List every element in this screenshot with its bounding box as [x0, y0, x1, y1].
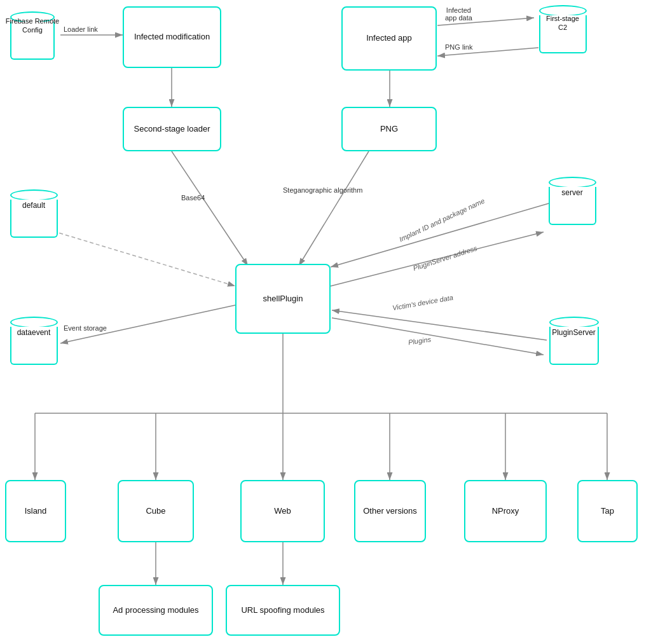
diagram: Firebase Remote Config Infected modifica…	[0, 0, 651, 644]
plugin-server-address-label: PluginServer address	[395, 239, 495, 278]
ad-processing-box: Ad processing modules	[99, 585, 213, 636]
nproxy-box: NProxy	[464, 480, 547, 542]
default-node: default	[5, 189, 62, 238]
url-spoofing-box: URL spoofing modules	[226, 585, 340, 636]
other-versions-box: Other versions	[354, 480, 426, 542]
svg-line-8	[299, 151, 369, 266]
firebase-node: Firebase Remote Config	[5, 11, 60, 60]
svg-line-9	[35, 226, 235, 286]
event-storage-label: Event storage	[64, 324, 107, 332]
infected-mod-box: Infected modification	[123, 6, 221, 68]
loader-link-label: Loader link	[64, 25, 98, 33]
implant-id-label: Implant ID and package name	[394, 195, 490, 245]
plugin-server-label: PluginServer	[544, 328, 604, 337]
png-link-label: PNG link	[445, 43, 472, 51]
plugin-server-node: PluginServer	[544, 317, 604, 365]
victims-device-label: Victim's device data	[369, 289, 477, 315]
firebase-label: Firebase Remote Config	[5, 17, 60, 35]
default-label: default	[5, 201, 62, 210]
tap-box: Tap	[577, 480, 638, 542]
svg-line-7	[172, 151, 248, 266]
dataevent-label: dataevent	[5, 328, 62, 337]
shell-plugin-box: shellPlugin	[235, 264, 331, 334]
server-label: server	[544, 188, 601, 197]
island-box: Island	[5, 480, 66, 542]
second-stage-loader-box: Second-stage loader	[123, 107, 221, 151]
dataevent-node: dataevent	[5, 317, 62, 365]
png-box: PNG	[341, 107, 437, 151]
web-box: Web	[240, 480, 325, 542]
stegano-label: Steganographic algorithm	[283, 186, 362, 194]
cube-box: Cube	[118, 480, 194, 542]
server-node: server	[544, 177, 601, 225]
infected-app-box: Infected app	[341, 6, 437, 71]
infected-app-data-label: Infectedapp data	[445, 6, 472, 22]
first-stage-c2-label: First-stageC2	[534, 14, 591, 32]
first-stage-c2-node: First-stageC2	[534, 5, 591, 53]
base64-label: Base64	[181, 194, 205, 202]
plugins-label: Plugins	[381, 332, 458, 350]
